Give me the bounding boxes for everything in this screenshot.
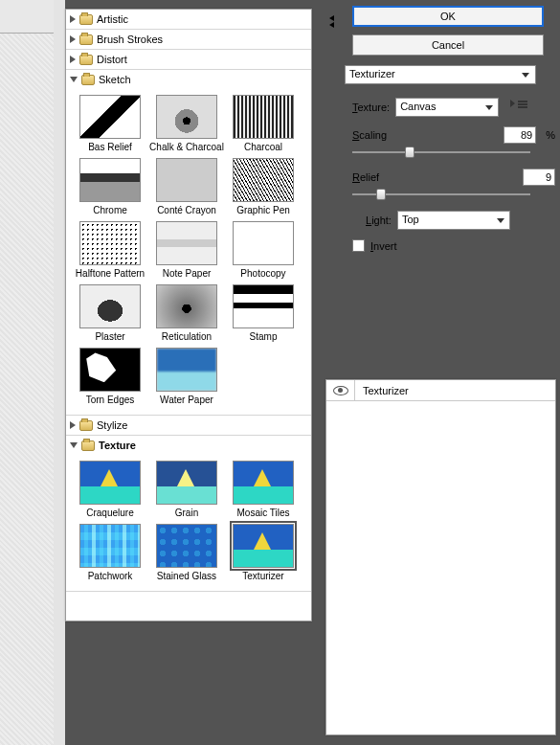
folder-icon <box>79 14 93 25</box>
disclosure-triangle-right-icon <box>70 15 76 23</box>
texture-thumbnails: Craquelure Grain Mosaic Tiles Patchwork … <box>66 455 311 591</box>
filter-mosaic-tiles[interactable]: Mosaic Tiles <box>225 461 302 518</box>
sketch-thumbnails: Bas Relief Chalk & Charcoal Charcoal Chr… <box>66 89 311 415</box>
relief-input[interactable] <box>523 169 555 186</box>
light-select[interactable]: Top <box>397 211 510 230</box>
filter-select-value: Texturizer <box>349 68 395 79</box>
light-label: Light: <box>366 214 392 226</box>
disclosure-triangle-right-icon <box>70 56 76 63</box>
filter-plaster[interactable]: Plaster <box>72 284 148 342</box>
category-label: Texture <box>99 440 136 451</box>
scaling-input[interactable] <box>504 126 536 144</box>
filter-graphic-pen[interactable]: Graphic Pen <box>225 158 302 215</box>
disclosure-triangle-right-icon <box>70 421 76 429</box>
filter-texturizer[interactable]: Texturizer <box>225 524 302 581</box>
filter-gallery-panel: Artistic Brush Strokes Distort <box>65 9 312 621</box>
disclosure-triangle-right-icon <box>70 35 76 43</box>
category-sketch[interactable]: Sketch Bas Relief Chalk & Charcoal Charc… <box>66 70 311 416</box>
filter-reticulation[interactable]: Reticulation <box>148 284 225 342</box>
eye-icon <box>333 386 348 395</box>
filter-stamp[interactable]: Stamp <box>225 284 302 342</box>
filter-settings: Texture: Canvas Scaling % <box>352 98 555 252</box>
category-brush-strokes[interactable]: Brush Strokes <box>66 30 311 50</box>
workspace: Artistic Brush Strokes Distort <box>0 0 560 745</box>
document-area <box>0 0 54 745</box>
cancel-button[interactable]: Cancel <box>352 34 544 56</box>
filter-charcoal[interactable]: Charcoal <box>225 95 302 152</box>
filter-stained-glass[interactable]: Stained Glass <box>148 524 225 581</box>
panel-edge <box>54 0 65 745</box>
folder-icon <box>81 75 95 85</box>
filter-chalk-charcoal[interactable]: Chalk & Charcoal <box>148 95 225 152</box>
invert-checkbox[interactable] <box>352 239 365 252</box>
category-distort[interactable]: Distort <box>66 50 311 70</box>
filter-select[interactable]: Texturizer <box>345 65 536 84</box>
category-label: Sketch <box>99 74 131 85</box>
category-label: Distort <box>97 54 127 65</box>
disclosure-triangle-down-icon <box>70 442 78 448</box>
filter-patchwork[interactable]: Patchwork <box>72 524 148 581</box>
scaling-label: Scaling <box>352 129 387 141</box>
filter-bas-relief[interactable]: Bas Relief <box>72 95 148 152</box>
ok-button[interactable]: OK <box>352 6 544 27</box>
percent-label: % <box>546 129 555 141</box>
effect-layer-name: Texturizer <box>355 385 409 396</box>
invert-checkbox-row[interactable]: Invert <box>352 239 555 252</box>
filter-chrome[interactable]: Chrome <box>72 158 148 215</box>
category-artistic[interactable]: Artistic <box>66 10 311 30</box>
category-label: Brush Strokes <box>97 34 163 45</box>
filter-photocopy[interactable]: Photocopy <box>225 221 302 279</box>
collapse-panel-icon[interactable] <box>325 13 339 27</box>
folder-icon <box>79 34 93 45</box>
effect-layers-empty <box>326 401 555 734</box>
document-top-bar <box>0 0 54 34</box>
category-texture[interactable]: Texture Craquelure Grain Mosaic Tiles Pa… <box>66 436 311 592</box>
texture-menu-icon[interactable] <box>510 100 529 115</box>
disclosure-triangle-down-icon <box>70 77 78 82</box>
filter-conte-crayon[interactable]: Conté Crayon <box>148 158 225 215</box>
folder-icon <box>79 420 93 431</box>
category-stylize[interactable]: Stylize <box>66 416 311 436</box>
filter-torn-edges[interactable]: Torn Edges <box>72 348 148 405</box>
filter-craquelure[interactable]: Craquelure <box>72 461 148 518</box>
texture-label: Texture: <box>352 102 390 113</box>
options-panel: OK Cancel Texturizer Texture: Canvas Sca… <box>325 6 556 252</box>
invert-label: Invert <box>370 240 397 252</box>
category-label: Stylize <box>97 419 127 431</box>
visibility-toggle[interactable] <box>326 380 355 400</box>
filter-water-paper[interactable]: Water Paper <box>148 348 225 405</box>
filter-grain[interactable]: Grain <box>148 461 225 518</box>
relief-slider[interactable] <box>352 188 530 201</box>
folder-icon <box>79 55 93 65</box>
filter-halftone-pattern[interactable]: Halftone Pattern <box>72 221 148 279</box>
effect-layers-panel: Texturizer <box>325 379 556 735</box>
folder-icon <box>81 440 95 451</box>
texture-select[interactable]: Canvas <box>395 98 499 117</box>
scaling-slider[interactable] <box>352 146 530 159</box>
document-preview[interactable] <box>0 34 54 745</box>
effect-layer-row[interactable]: Texturizer <box>326 380 555 401</box>
category-label: Artistic <box>97 13 128 25</box>
filter-note-paper[interactable]: Note Paper <box>148 221 225 279</box>
relief-label: Relief <box>352 171 379 183</box>
